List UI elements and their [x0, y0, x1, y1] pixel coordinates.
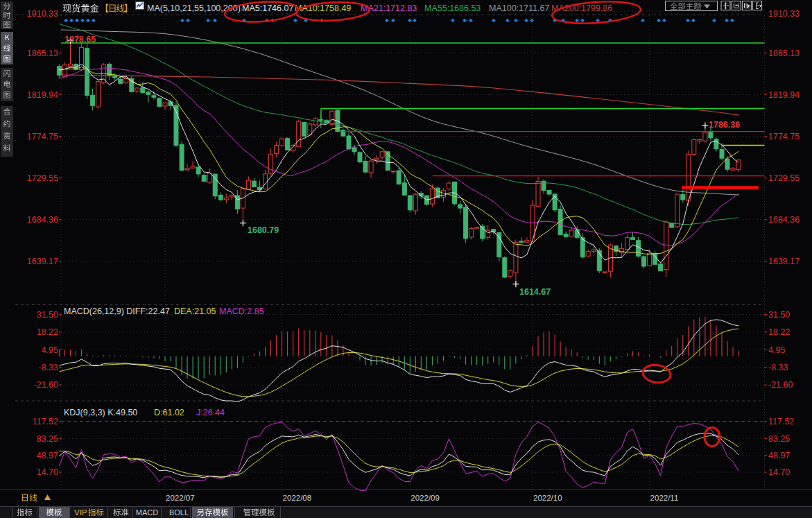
svg-text:31.50: 31.50: [37, 310, 58, 320]
svg-text:4.95: 4.95: [768, 345, 785, 355]
svg-text:KDJ(9,3,3) K:49.50: KDJ(9,3,3) K:49.50: [64, 408, 137, 417]
svg-text:MA100:1711.67: MA100:1711.67: [489, 3, 549, 13]
svg-text:1878.65: 1878.65: [64, 35, 96, 44]
svg-text:1639.17: 1639.17: [27, 257, 58, 266]
svg-text:1729.55: 1729.55: [768, 173, 800, 183]
svg-text:MACD: MACD: [136, 508, 158, 517]
svg-text:18.22: 18.22: [768, 327, 790, 337]
svg-text:-8.33: -8.33: [39, 363, 59, 372]
svg-text:1680.79: 1680.79: [248, 225, 279, 235]
svg-text:MACD:2.85: MACD:2.85: [219, 307, 264, 316]
svg-text:VIP: VIP: [74, 508, 87, 517]
svg-text:1614.67: 1614.67: [519, 287, 551, 297]
svg-text:1774.75: 1774.75: [768, 132, 800, 141]
svg-text:-21.60: -21.60: [34, 380, 58, 390]
svg-text:117.52: 117.52: [33, 417, 58, 426]
svg-text:D:61.02: D:61.02: [154, 408, 184, 417]
svg-text:1684.36: 1684.36: [27, 215, 58, 225]
svg-text:48.97: 48.97: [768, 451, 790, 460]
svg-text:1729.55: 1729.55: [27, 173, 58, 183]
svg-text:2022/09: 2022/09: [411, 494, 440, 502]
svg-text:DEA:21.05: DEA:21.05: [174, 307, 216, 316]
svg-text:1639.17: 1639.17: [768, 257, 800, 266]
svg-text:1684.36: 1684.36: [768, 215, 800, 225]
svg-text:48.97: 48.97: [37, 451, 58, 460]
svg-text:1819.94: 1819.94: [27, 90, 58, 100]
svg-text:J:26.44: J:26.44: [196, 408, 225, 417]
svg-text:14.70: 14.70: [768, 467, 790, 477]
svg-text:117.52: 117.52: [768, 417, 794, 426]
svg-text:4.95: 4.95: [42, 345, 58, 355]
svg-text:2022/11: 2022/11: [650, 494, 679, 502]
svg-text:MACD(26,12,9) DIFF:22.47: MACD(26,12,9) DIFF:22.47: [64, 307, 170, 316]
svg-text:83.25: 83.25: [768, 434, 790, 444]
svg-text:1865.13: 1865.13: [768, 49, 800, 58]
svg-text:2022/07: 2022/07: [166, 494, 195, 502]
svg-text:1865.13: 1865.13: [27, 49, 58, 58]
svg-text:BOLL: BOLL: [169, 508, 189, 517]
svg-text:83.25: 83.25: [37, 434, 58, 444]
svg-text:2022/10: 2022/10: [533, 494, 562, 502]
svg-text:1774.75: 1774.75: [27, 132, 58, 141]
svg-text:-8.33: -8.33: [768, 363, 788, 372]
svg-text:14.70: 14.70: [37, 467, 58, 477]
svg-text:MA55:1686.53: MA55:1686.53: [424, 3, 481, 13]
svg-text:18.22: 18.22: [37, 327, 58, 337]
svg-text:31.50: 31.50: [768, 310, 790, 320]
svg-text:1786.36: 1786.36: [709, 120, 740, 130]
svg-text:1819.94: 1819.94: [768, 90, 800, 100]
svg-text:2022/08: 2022/08: [283, 494, 312, 502]
svg-text:1910.33: 1910.33: [768, 9, 800, 19]
svg-text:1910.33: 1910.33: [27, 9, 58, 19]
svg-text:MA5:1746.07: MA5:1746.07: [242, 3, 293, 13]
svg-text:-21.60: -21.60: [768, 380, 793, 390]
